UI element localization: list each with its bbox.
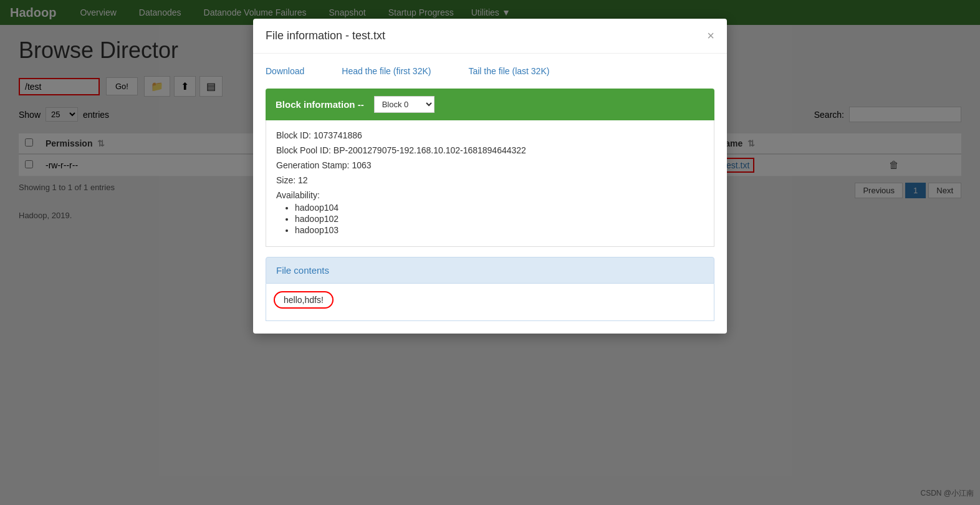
file-contents-header: File contents	[266, 257, 714, 284]
node-3: hadoop103	[295, 225, 704, 235]
tail-file-link[interactable]: Tail the file (last 32K)	[468, 66, 549, 76]
block-pool-id: Block Pool ID: BP-2001279075-192.168.10.…	[276, 145, 704, 155]
modal-title: File information - test.txt	[266, 29, 385, 42]
modal-overlay: File information - test.txt × Download H…	[0, 0, 980, 505]
node-2: hadoop102	[295, 214, 704, 224]
modal-close-button[interactable]: ×	[707, 29, 714, 43]
availability-label: Availability:	[276, 190, 704, 200]
block-info-label: Block information --	[276, 99, 364, 110]
generation-stamp: Generation Stamp: 1063	[276, 160, 704, 170]
head-file-link[interactable]: Head the file (first 32K)	[342, 66, 431, 76]
block-size-info: Size: 12	[276, 175, 704, 185]
block-select[interactable]: Block 0	[374, 96, 435, 113]
block-id: Block ID: 1073741886	[276, 130, 704, 140]
node-1: hadoop104	[295, 203, 704, 213]
modal-body: Download Head the file (first 32K) Tail …	[253, 54, 727, 334]
block-details: Block ID: 1073741886 Block Pool ID: BP-2…	[266, 120, 714, 247]
download-link[interactable]: Download	[266, 66, 304, 76]
file-info-modal: File information - test.txt × Download H…	[253, 19, 727, 334]
block-info-header: Block information -- Block 0	[266, 89, 714, 120]
file-contents-body: hello,hdfs!	[266, 284, 714, 321]
modal-header: File information - test.txt ×	[253, 19, 727, 54]
modal-links: Download Head the file (first 32K) Tail …	[266, 66, 714, 76]
file-content-text: hello,hdfs!	[274, 291, 334, 309]
availability-list: hadoop104 hadoop102 hadoop103	[276, 203, 704, 235]
